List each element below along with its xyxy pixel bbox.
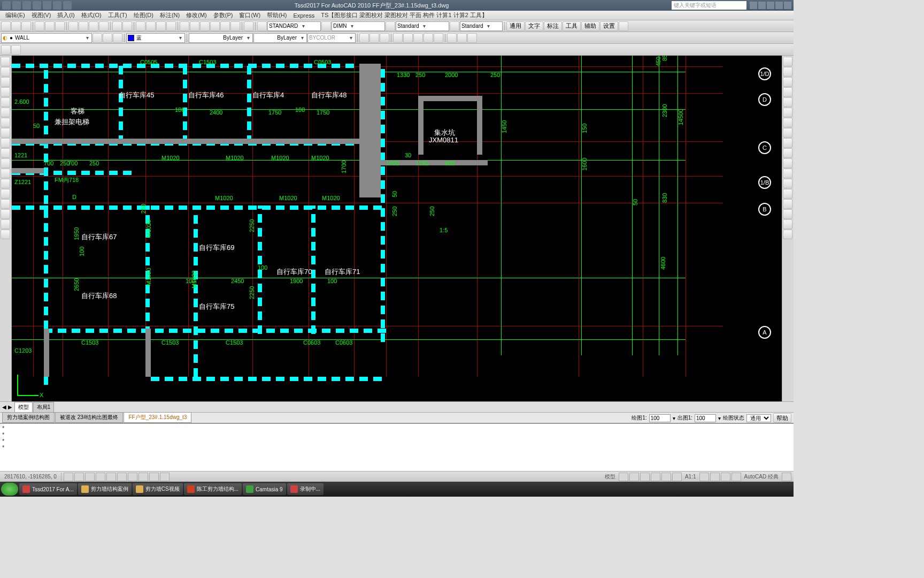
taskbar-app[interactable]: 录制中... bbox=[287, 483, 324, 495]
ts-btn-10[interactable] bbox=[457, 33, 467, 43]
panel-tools[interactable]: 工具 bbox=[563, 21, 581, 31]
menu-help[interactable]: 帮助(H) bbox=[264, 11, 290, 19]
textstyle-icon[interactable] bbox=[257, 21, 267, 31]
close-icon[interactable] bbox=[784, 2, 791, 9]
layer-manager-icon[interactable] bbox=[93, 33, 102, 43]
pan-icon[interactable] bbox=[136, 21, 145, 31]
status-icon-8[interactable] bbox=[710, 473, 720, 481]
qat-new-icon[interactable] bbox=[12, 1, 21, 10]
tab-model[interactable]: 模型 bbox=[14, 402, 33, 412]
taskbar-app[interactable]: Tssd2017 For A... bbox=[19, 483, 77, 495]
text-style-combo[interactable]: STANDARD▾ bbox=[267, 21, 321, 31]
polar-toggle[interactable] bbox=[96, 473, 105, 481]
right-toolbar-btn[interactable] bbox=[783, 169, 792, 178]
right-toolbar-btn[interactable] bbox=[783, 199, 792, 209]
lwt-toggle[interactable] bbox=[138, 473, 148, 481]
right-toolbar-btn[interactable] bbox=[783, 158, 792, 168]
right-toolbar-btn[interactable] bbox=[783, 179, 792, 188]
zoom-icon[interactable] bbox=[146, 21, 156, 31]
osnap-toggle[interactable] bbox=[106, 473, 116, 481]
publish-icon[interactable] bbox=[55, 21, 65, 31]
properties-icon[interactable] bbox=[180, 21, 189, 31]
dimstyle-icon[interactable] bbox=[321, 21, 331, 31]
mleader-style-combo[interactable]: Standard▾ bbox=[460, 21, 503, 31]
minimize-icon[interactable] bbox=[767, 2, 774, 9]
state-select[interactable]: 通用 bbox=[746, 414, 771, 422]
right-toolbar-btn[interactable] bbox=[783, 148, 792, 158]
status-icon-2[interactable] bbox=[629, 473, 639, 481]
ts-btn-4[interactable] bbox=[393, 33, 403, 43]
qat-undo-icon[interactable] bbox=[43, 1, 51, 10]
linetype-combo[interactable]: ByLayer▾ bbox=[189, 33, 253, 43]
ts-btn-3[interactable] bbox=[380, 33, 389, 43]
workspace-name[interactable]: AutoCAD 经典 bbox=[742, 473, 781, 481]
open-icon[interactable] bbox=[11, 21, 21, 31]
sheetset-icon[interactable] bbox=[210, 21, 220, 31]
otrack-toggle[interactable] bbox=[117, 473, 127, 481]
ts-btn-6[interactable] bbox=[413, 33, 423, 43]
status-icon-9[interactable] bbox=[721, 473, 730, 481]
help-icon[interactable] bbox=[244, 21, 253, 31]
dim-style-combo[interactable]: DIMN▾ bbox=[332, 21, 385, 31]
extra-2[interactable] bbox=[11, 45, 21, 55]
dyn-toggle[interactable] bbox=[128, 473, 137, 481]
right-toolbar-btn[interactable] bbox=[783, 87, 792, 97]
command-line[interactable]: * * * * bbox=[0, 423, 794, 471]
qat-redo-icon[interactable] bbox=[53, 1, 61, 10]
copy-icon[interactable] bbox=[79, 21, 88, 31]
left-toolbar-btn[interactable] bbox=[1, 87, 10, 97]
tab-layout1[interactable]: 布局1 bbox=[33, 402, 55, 412]
ts-btn-7[interactable] bbox=[424, 33, 433, 43]
app-icon[interactable] bbox=[2, 1, 11, 10]
ts-btn-1[interactable] bbox=[359, 33, 369, 43]
left-toolbar-btn[interactable] bbox=[1, 138, 10, 148]
new-icon[interactable] bbox=[1, 21, 11, 31]
right-toolbar-btn[interactable] bbox=[783, 230, 792, 239]
right-toolbar-btn[interactable] bbox=[783, 57, 792, 66]
toolpal-icon[interactable] bbox=[200, 21, 210, 31]
menu-edit[interactable]: 编辑(E) bbox=[2, 11, 28, 19]
ts-btn-11[interactable] bbox=[467, 33, 477, 43]
lineweight-combo[interactable]: ByLayer▾ bbox=[253, 33, 307, 43]
panel-dim[interactable]: 标注 bbox=[544, 21, 562, 31]
menu-format[interactable]: 格式(O) bbox=[78, 11, 105, 19]
status-icon-5[interactable] bbox=[661, 473, 671, 481]
snap-toggle[interactable] bbox=[64, 473, 73, 481]
status-icon-6[interactable] bbox=[672, 473, 682, 481]
left-toolbar-btn[interactable] bbox=[1, 189, 10, 199]
plotstyle-combo[interactable]: BYCOLOR▾ bbox=[307, 33, 356, 43]
ortho-toggle[interactable] bbox=[85, 473, 95, 481]
left-toolbar-btn[interactable] bbox=[1, 57, 10, 66]
print-icon[interactable] bbox=[35, 21, 44, 31]
menu-tools[interactable]: 工具(T) bbox=[105, 11, 130, 19]
right-toolbar-btn[interactable] bbox=[783, 118, 792, 127]
left-toolbar-btn[interactable] bbox=[1, 179, 10, 188]
left-toolbar-btn[interactable] bbox=[1, 108, 10, 117]
left-toolbar-btn[interactable] bbox=[1, 219, 10, 229]
plot-scale-input[interactable] bbox=[695, 414, 716, 422]
left-toolbar-btn[interactable] bbox=[1, 148, 10, 158]
right-toolbar-btn[interactable] bbox=[783, 138, 792, 148]
left-toolbar-btn[interactable] bbox=[1, 158, 10, 168]
match-icon[interactable] bbox=[99, 21, 109, 31]
table-style-combo[interactable]: Standard▾ bbox=[396, 21, 449, 31]
anno-scale[interactable]: A1:1 bbox=[683, 474, 698, 480]
preview-icon[interactable] bbox=[45, 21, 55, 31]
sc-toggle[interactable] bbox=[160, 473, 170, 481]
extra-1[interactable] bbox=[1, 45, 11, 55]
mleader-icon[interactable] bbox=[450, 21, 459, 31]
save-icon[interactable] bbox=[21, 21, 31, 31]
info-icon[interactable] bbox=[750, 2, 757, 9]
qp-toggle[interactable] bbox=[149, 473, 159, 481]
menu-draw[interactable]: 绘图(D) bbox=[130, 11, 157, 19]
left-toolbar-btn[interactable] bbox=[1, 199, 10, 209]
status-icon-7[interactable] bbox=[699, 473, 709, 481]
status-icon-4[interactable] bbox=[651, 473, 660, 481]
left-toolbar-btn[interactable] bbox=[1, 77, 10, 87]
status-icon-10[interactable] bbox=[782, 473, 791, 481]
color-combo[interactable]: 蓝▾ bbox=[126, 33, 185, 43]
panel-assist[interactable]: 辅助 bbox=[581, 21, 599, 31]
menu-insert[interactable]: 插入(I) bbox=[54, 11, 78, 19]
menu-view[interactable]: 视图(V) bbox=[28, 11, 55, 19]
right-toolbar-btn[interactable] bbox=[783, 189, 792, 199]
